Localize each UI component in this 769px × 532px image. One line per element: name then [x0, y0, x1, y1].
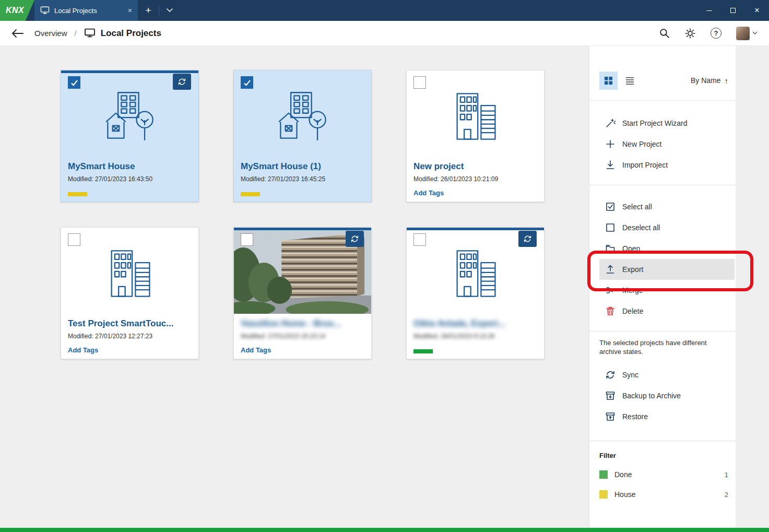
maximize-icon	[730, 8, 736, 13]
filter-label: House	[614, 490, 635, 499]
building-project-icon	[61, 249, 198, 299]
check-icon	[70, 79, 78, 86]
sidebar-item-export[interactable]: Export	[599, 259, 735, 280]
project-title: Test Project SmartTouc...	[68, 318, 192, 329]
monitor-icon	[40, 6, 50, 15]
sort-control[interactable]: By Name ↑	[691, 76, 728, 85]
item-label: Export	[622, 265, 643, 274]
sync-icon	[523, 234, 532, 243]
project-title: New project	[413, 161, 537, 172]
tag-bar-house	[68, 192, 87, 196]
user-menu[interactable]	[736, 27, 758, 40]
filter-count: 2	[725, 491, 728, 499]
checkbox-empty-icon	[605, 222, 616, 233]
sort-ascending-icon: ↑	[725, 76, 729, 85]
checkbox-checked-icon	[605, 202, 616, 212]
sidebar-item-open[interactable]: Open	[599, 238, 735, 259]
sidebar-item-new-project[interactable]: New Project	[599, 134, 735, 155]
add-tags-link[interactable]: Add Tags	[68, 346, 98, 354]
divider	[589, 331, 736, 332]
item-label: Start Project Wizard	[622, 119, 687, 127]
tag-bar-house	[241, 192, 260, 196]
new-tab-button[interactable]: +	[138, 0, 159, 21]
project-card-vassilios-home[interactable]: Vassilios Home - Brus... Modified: 27/01…	[233, 227, 372, 359]
project-modified: Modified: 27/01/2023 12:27:23	[68, 333, 152, 340]
help-button[interactable]: ?	[711, 28, 721, 39]
tab-label: Local Projects	[54, 7, 97, 15]
help-icon: ?	[711, 28, 721, 39]
breadcrumb-overview[interactable]: Overview	[34, 29, 67, 38]
titlebar-spacer	[180, 0, 697, 21]
sidebar-item-merge[interactable]: Merge	[599, 280, 735, 301]
sync-icon	[605, 370, 616, 380]
list-view-button[interactable]	[621, 72, 639, 90]
tag-bar-done	[413, 349, 433, 353]
project-checkbox[interactable]	[68, 76, 80, 89]
tab-close-icon[interactable]: ×	[128, 7, 132, 14]
project-card-new-project[interactable]: New project Modified: 26/01/2023 10:21:0…	[406, 70, 545, 202]
project-checkbox[interactable]	[413, 233, 426, 246]
avatar	[736, 27, 750, 40]
project-modified: Modified: 27/01/2023 16:43:50	[68, 175, 152, 183]
project-checkbox[interactable]	[413, 76, 426, 89]
filter-item-done[interactable]: Done 1	[599, 465, 728, 484]
sidebar-item-import-project[interactable]: Import Project	[599, 155, 735, 175]
project-title: Vassilios Home - Brus...	[241, 318, 364, 329]
sync-icon	[350, 234, 359, 243]
house-project-icon	[234, 91, 371, 141]
sidebar-item-sync[interactable]: Sync	[599, 364, 735, 385]
projects-grid: MySmart House Modified: 27/01/2023 16:43…	[0, 46, 589, 359]
item-label: Delete	[622, 307, 643, 315]
gear-icon	[684, 28, 696, 39]
filter-count: 1	[725, 471, 728, 479]
archive-backup-icon	[605, 391, 616, 401]
sidebar-item-delete[interactable]: Delete	[599, 301, 735, 322]
divider	[589, 441, 736, 441]
archive-state-bar	[407, 228, 544, 230]
sidebar-item-start-project-wizard[interactable]: Start Project Wizard	[599, 113, 735, 134]
projects-area: MySmart House Modified: 27/01/2023 16:43…	[0, 46, 589, 528]
merge-icon	[605, 285, 616, 295]
filter-item-house[interactable]: House 2	[599, 484, 728, 504]
back-arrow-icon	[11, 29, 24, 38]
settings-button[interactable]	[684, 28, 696, 39]
item-label: Restore	[622, 412, 648, 421]
import-icon	[605, 160, 616, 170]
project-checkbox[interactable]	[241, 76, 253, 89]
page-title: Local Projects	[101, 28, 161, 39]
archive-state-bar	[61, 70, 198, 73]
add-tags-link[interactable]: Add Tags	[241, 346, 271, 354]
grid-view-button[interactable]	[599, 72, 618, 90]
project-card-test-project[interactable]: Test Project SmartTouc... Modified: 27/0…	[61, 227, 199, 359]
back-button[interactable]	[11, 29, 24, 38]
add-tags-link[interactable]: Add Tags	[413, 189, 444, 197]
sidebar-item-select-all[interactable]: Select all	[599, 196, 735, 217]
knx-logo: KNX	[0, 0, 34, 21]
header: Overview / Local Projects ?	[0, 21, 769, 46]
project-checkbox[interactable]	[68, 233, 80, 246]
check-icon	[243, 79, 251, 86]
sidebar: By Name ↑ Start Project Wizard New Proje…	[589, 46, 736, 528]
project-checkbox[interactable]	[241, 233, 253, 246]
project-card-mysmart-house[interactable]: MySmart House Modified: 27/01/2023 16:43…	[61, 70, 199, 202]
sidebar-item-deselect-all[interactable]: Deselect all	[599, 217, 735, 238]
project-modified: Modified: 26/01/2023 10:21:09	[413, 175, 498, 183]
minimize-icon	[706, 10, 712, 11]
tab-local-projects[interactable]: Local Projects ×	[34, 0, 138, 21]
monitor-icon	[84, 28, 96, 38]
sidebar-item-backup-to-archive[interactable]: Backup to Archive	[599, 385, 735, 406]
export-icon	[605, 264, 616, 275]
search-button[interactable]	[659, 28, 670, 39]
sidebar-item-restore[interactable]: Restore	[599, 406, 735, 427]
divider	[589, 100, 736, 101]
maximize-button[interactable]	[721, 0, 745, 21]
minimize-button[interactable]	[697, 0, 721, 21]
project-title: Oikia Avlada, Experi...	[413, 318, 537, 329]
project-card-mysmart-house-1[interactable]: MySmart House (1) Modified: 27/01/2023 1…	[233, 70, 372, 202]
project-title: MySmart House	[68, 161, 192, 172]
project-card-blurred[interactable]: Oikia Avlada, Experi... Modified: 26/01/…	[406, 227, 545, 359]
close-button[interactable]: ×	[745, 0, 769, 21]
wand-icon	[605, 118, 616, 128]
archive-actions-group: Sync Backup to Archive Restore	[589, 364, 736, 427]
tab-dropdown-button[interactable]	[159, 0, 180, 21]
